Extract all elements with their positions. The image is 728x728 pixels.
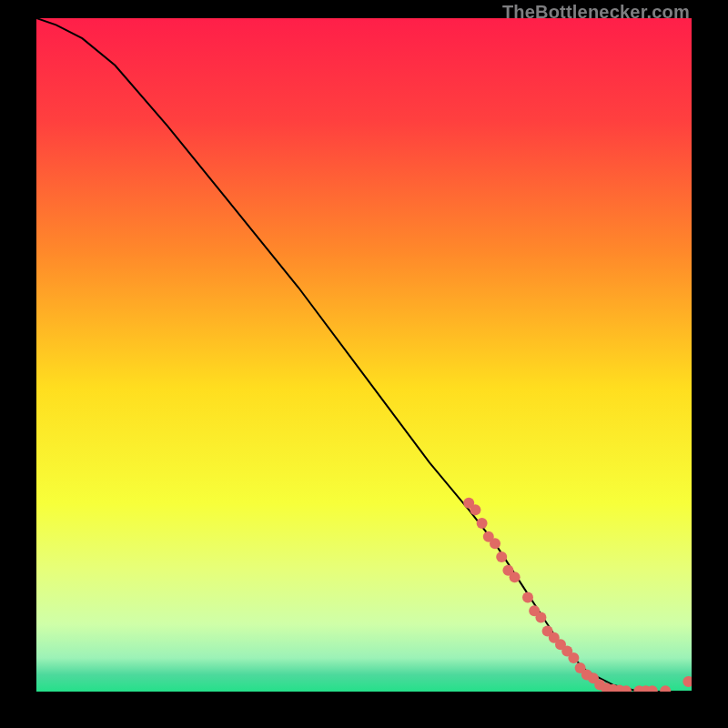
chart-frame: TheBottlenecker.com (0, 0, 728, 728)
background-rect (36, 18, 692, 692)
scatter-point (535, 612, 546, 623)
scatter-point (470, 504, 480, 515)
scatter-point (510, 571, 521, 582)
scatter-point (522, 592, 533, 602)
scatter-point (477, 518, 488, 529)
plot-area (36, 18, 692, 692)
scatter-point (568, 652, 579, 663)
plot-svg (36, 18, 692, 692)
scatter-point (490, 538, 500, 549)
scatter-point (496, 551, 507, 562)
